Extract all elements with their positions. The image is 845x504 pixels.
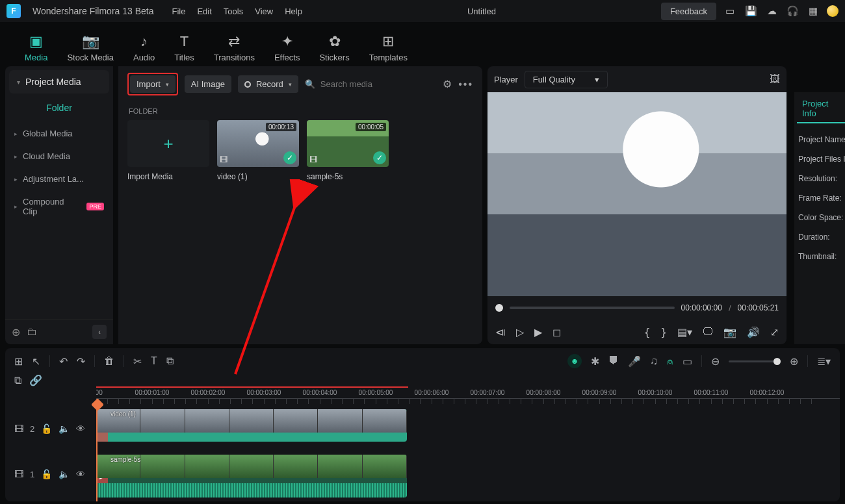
sidebar-item-compound[interactable]: ▸Compound ClipPRE: [5, 190, 113, 223]
folder-tab[interactable]: Folder: [5, 94, 113, 122]
app-brand: Wondershare Filmora 13 Beta: [32, 6, 154, 16]
music-list-icon[interactable]: ♫: [650, 355, 658, 367]
pointer-icon[interactable]: ↖: [32, 355, 40, 368]
more-icon[interactable]: •••: [458, 79, 473, 90]
import-media-tile[interactable]: +: [127, 120, 209, 167]
project-info-tab[interactable]: Project Info: [797, 95, 845, 123]
media-thumb-video1[interactable]: 00:00:13 🎞 ✓: [217, 120, 299, 167]
playhead-knob[interactable]: [495, 304, 503, 312]
robot-icon[interactable]: ⍝: [667, 355, 673, 367]
menu-view[interactable]: View: [255, 6, 273, 16]
tab-transitions[interactable]: ⇄Transitions: [214, 33, 255, 62]
filter-icon[interactable]: ⚙: [443, 78, 452, 90]
player-panel: Player Full Quality▾ 🖼 00:00:00:00 / 00:…: [488, 66, 786, 344]
delete-icon[interactable]: 🗑: [104, 355, 114, 367]
media-label: sample-5s: [307, 172, 389, 181]
mute-icon[interactable]: 🔈: [58, 469, 70, 479]
clip-video1[interactable]: ▶ video (1): [96, 409, 407, 442]
collapse-sidebar-icon[interactable]: ‹: [92, 325, 107, 339]
ratio-icon[interactable]: ▤▾: [677, 326, 692, 338]
sidebar-item-adjustment[interactable]: ▸Adjustment La...: [5, 168, 113, 190]
feedback-button[interactable]: Feedback: [661, 3, 716, 20]
search-input[interactable]: [320, 79, 436, 89]
eye-icon[interactable]: 👁: [76, 469, 85, 479]
prev-frame-icon[interactable]: ⧏: [495, 326, 506, 338]
display-icon[interactable]: 🖵: [703, 326, 713, 338]
tab-stickers-label: Stickers: [319, 53, 349, 62]
video-type-icon: 🎞: [309, 155, 317, 164]
notification-icon[interactable]: [827, 5, 838, 17]
layout-icon[interactable]: ▭: [723, 4, 737, 18]
sidebar-item-global[interactable]: ▸Global Media: [5, 122, 113, 145]
grid-icon[interactable]: ▦: [806, 4, 820, 18]
text-edit-icon[interactable]: T: [151, 355, 157, 367]
ai-image-button[interactable]: AI Image: [185, 75, 231, 93]
shield-icon[interactable]: ⛊: [608, 355, 619, 367]
snapshot-icon[interactable]: 🖼: [770, 73, 780, 85]
time-current: 00:00:00:00: [681, 303, 722, 312]
new-folder-icon[interactable]: 🗀: [27, 326, 37, 338]
redo-icon[interactable]: ↷: [77, 355, 85, 368]
ruler-label: 00:00:05:00: [359, 389, 393, 396]
save-icon[interactable]: 💾: [744, 4, 758, 18]
search-field[interactable]: 🔍: [305, 79, 436, 89]
playhead[interactable]: [96, 406, 98, 501]
stop-icon[interactable]: ◻: [552, 326, 561, 338]
lock-icon[interactable]: 🔓: [41, 423, 52, 434]
mark-in-icon[interactable]: {: [644, 326, 651, 338]
crop-icon[interactable]: ⧉: [166, 355, 174, 367]
fullscreen-icon[interactable]: ⤢: [770, 326, 779, 338]
ruler-label: 00:00:06:00: [415, 389, 449, 396]
progress-track[interactable]: [510, 307, 675, 309]
timeline-ruler[interactable]: 0:0000:00:01:0000:00:02:0000:00:03:0000:…: [96, 386, 840, 406]
zoom-out-icon[interactable]: ⊖: [711, 355, 720, 368]
clip-sample5s[interactable]: ▶ sample-5s: [96, 455, 407, 498]
tab-stickers[interactable]: ✿Stickers: [319, 33, 349, 62]
mute-icon[interactable]: 🔈: [58, 423, 70, 434]
top-tabs: ▣Media 📷Stock Media ♪Audio TTitles ⇄Tran…: [0, 22, 845, 66]
eye-icon[interactable]: 👁: [76, 423, 85, 434]
marker-icon[interactable]: ⧉: [14, 375, 21, 386]
zoom-thumb[interactable]: [774, 358, 781, 365]
zoom-in-icon[interactable]: ⊕: [790, 355, 798, 368]
tab-templates[interactable]: ⊞Templates: [369, 33, 408, 62]
menu-help[interactable]: Help: [285, 6, 302, 16]
apps-icon[interactable]: ⊞: [14, 355, 23, 368]
track-view-icon[interactable]: ≣▾: [817, 355, 831, 368]
link-icon[interactable]: 🔗: [29, 374, 42, 386]
track-2: 🎞2 🔓 🔈 👁 ▶ video (1): [5, 406, 840, 451]
menu-edit[interactable]: Edit: [197, 6, 211, 16]
new-bin-icon[interactable]: ⊕: [12, 326, 20, 338]
smart-ai-icon[interactable]: ☻: [567, 354, 582, 368]
menu-tools[interactable]: Tools: [224, 6, 243, 16]
undo-icon[interactable]: ↶: [59, 355, 68, 368]
tab-titles[interactable]: TTitles: [174, 33, 194, 62]
quality-select[interactable]: Full Quality▾: [525, 71, 608, 88]
document-title: Untitled: [467, 6, 496, 16]
zoom-slider[interactable]: [729, 360, 781, 362]
sidebar-item-cloud[interactable]: ▸Cloud Media: [5, 145, 113, 168]
caption-icon[interactable]: ▭: [682, 355, 692, 368]
play-icon[interactable]: ▶: [534, 326, 542, 338]
tab-effects[interactable]: ✦Effects: [274, 33, 300, 62]
import-button[interactable]: Import▾: [130, 75, 176, 93]
play-back-icon[interactable]: ▷: [516, 326, 524, 338]
titles-icon: T: [180, 33, 188, 50]
mark-out-icon[interactable]: }: [660, 326, 667, 338]
tab-stock[interactable]: 📷Stock Media: [67, 33, 114, 62]
speed-icon[interactable]: ✱: [591, 355, 599, 368]
media-thumb-sample5s[interactable]: 00:00:05 🎞 ✓: [307, 120, 389, 167]
project-media-header[interactable]: ▾ Project Media: [9, 70, 109, 94]
camera-icon[interactable]: 📷: [723, 326, 736, 338]
headset-icon[interactable]: 🎧: [785, 4, 800, 18]
tab-audio[interactable]: ♪Audio: [133, 33, 155, 62]
menu-file[interactable]: File: [172, 6, 186, 16]
cut-icon[interactable]: ✂: [133, 355, 142, 368]
tab-media[interactable]: ▣Media: [25, 33, 47, 62]
mic-icon[interactable]: 🎤: [628, 355, 641, 368]
cloud-icon[interactable]: ☁: [764, 4, 779, 18]
lock-icon[interactable]: 🔓: [41, 469, 52, 479]
player-viewport[interactable]: [488, 92, 786, 296]
record-button[interactable]: Record▾: [238, 75, 298, 93]
volume-icon[interactable]: 🔊: [747, 326, 760, 338]
